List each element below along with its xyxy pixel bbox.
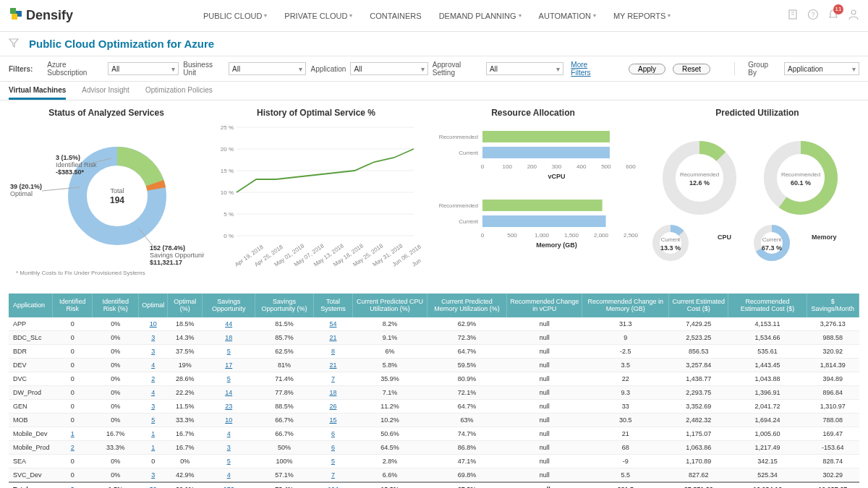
apply-button[interactable]: Apply [629, 64, 665, 74]
table-cell[interactable]: 152 [203, 482, 255, 488]
table-cell[interactable]: 15 [313, 413, 352, 427]
table-cell[interactable]: 10 [203, 413, 255, 427]
table-cell[interactable]: 2 [139, 372, 168, 385]
table-cell: null [506, 358, 582, 372]
more-filters-link[interactable]: More Filters [571, 61, 607, 77]
table-cell[interactable]: 10 [139, 317, 168, 331]
nav-demand-planning[interactable]: DEMAND PLANNING▾ [439, 12, 522, 20]
col-header[interactable]: Savings Opportunity (%) [255, 294, 313, 317]
table-cell[interactable]: 4 [139, 385, 168, 399]
table-cell[interactable]: 4 [203, 427, 255, 440]
table-cell: 16.7% [168, 440, 203, 454]
table-cell: 14.3% [168, 330, 203, 344]
tab-optimization-policies[interactable]: Optimization Policies [145, 86, 213, 100]
table-cell[interactable]: 17 [203, 358, 255, 372]
table-cell: 0 [53, 385, 93, 399]
col-header[interactable]: Total Systems [313, 294, 352, 317]
col-header[interactable]: Current Predicted Memory Utilization (%) [427, 294, 507, 317]
table-cell: 788.08 [807, 413, 859, 427]
table-cell[interactable]: 0 [139, 454, 168, 468]
data-table: ApplicationIdentified RiskIdentified Ris… [9, 294, 859, 488]
col-header[interactable]: Recommended Change in Memory (GB) [582, 294, 669, 317]
table-cell[interactable]: 8 [313, 344, 352, 358]
filter-select-application[interactable]: All▾ [350, 62, 427, 75]
table-cell[interactable]: 4 [203, 468, 255, 482]
table-cell[interactable]: 18 [313, 385, 352, 399]
table-cell[interactable]: 3 [139, 344, 168, 358]
table-cell[interactable]: 54 [313, 317, 352, 331]
table-cell[interactable]: 5 [203, 454, 255, 468]
filter-select-azure-subscription[interactable]: All▾ [108, 62, 179, 75]
col-header[interactable]: Savings Opportunity [203, 294, 255, 317]
svg-rect-47 [482, 147, 610, 158]
col-header[interactable]: Identified Risk [53, 294, 93, 317]
col-header[interactable]: Optimal [139, 294, 168, 317]
table-cell: 0 [53, 468, 93, 482]
table-cell: 0% [93, 413, 139, 427]
col-header[interactable]: $ Savings/Month [807, 294, 859, 317]
table-cell[interactable]: 39 [139, 482, 168, 488]
notification-badge: 11 [833, 4, 843, 14]
help-icon[interactable]: ? [807, 9, 819, 23]
table-cell: 9 [582, 330, 669, 344]
table-cell: 856.53 [669, 344, 728, 358]
svg-text:?: ? [811, 11, 814, 18]
col-header[interactable]: Current Predicted CPU Utilization (%) [353, 294, 427, 317]
tab-advisor-insight[interactable]: Advisor Insight [82, 86, 129, 100]
col-header[interactable]: Recommended Change in vCPU [506, 294, 582, 317]
logo[interactable]: Densify [9, 7, 73, 25]
table-cell[interactable]: 3 [53, 482, 93, 488]
table-cell[interactable]: 3 [139, 399, 168, 413]
table-cell[interactable]: 23 [203, 399, 255, 413]
svg-text:20 %: 20 % [221, 146, 234, 153]
nav-automation[interactable]: AUTOMATION▾ [539, 12, 596, 20]
groupby-select[interactable]: Application▾ [784, 62, 859, 75]
filter-select-approval-setting[interactable]: All▾ [486, 62, 563, 75]
notification-icon[interactable]: 11 [827, 9, 839, 23]
nav-my-reports[interactable]: MY REPORTS▾ [613, 12, 671, 20]
table-cell[interactable]: 18 [203, 330, 255, 344]
table-cell[interactable]: 7 [313, 468, 352, 482]
filter-select-business-unit[interactable]: All▾ [229, 62, 306, 75]
table-cell[interactable]: 5 [203, 344, 255, 358]
table-cell[interactable]: 5 [313, 454, 352, 468]
table-cell: 896.84 [807, 385, 859, 399]
table-cell[interactable]: 194 [313, 482, 352, 488]
reset-button[interactable]: Reset [673, 64, 710, 74]
svg-text:Recommended: Recommended [439, 134, 478, 140]
svg-text:-$383.50*: -$383.50* [56, 168, 85, 176]
table-cell[interactable]: 3 [139, 468, 168, 482]
col-header[interactable]: Optimal (%) [168, 294, 203, 317]
table-cell[interactable]: 1 [139, 427, 168, 440]
table-cell[interactable]: 21 [313, 330, 352, 344]
tab-virtual-machines[interactable]: Virtual Machines [9, 86, 66, 100]
nav-private-cloud[interactable]: PRIVATE CLOUD▾ [284, 12, 352, 20]
table-cell[interactable]: 21 [313, 358, 352, 372]
table-cell[interactable]: 3 [203, 440, 255, 454]
table-cell[interactable]: 26 [313, 399, 352, 413]
user-icon[interactable] [848, 9, 859, 23]
col-header[interactable]: Recommended Estimated Cost ($) [728, 294, 807, 317]
nav-containers[interactable]: CONTAINERS [370, 12, 421, 20]
table-cell[interactable]: 6 [313, 440, 352, 454]
table-cell[interactable]: 7 [313, 372, 352, 385]
svg-text:10 %: 10 % [221, 189, 234, 196]
table-cell[interactable]: 1 [139, 440, 168, 454]
table-cell[interactable]: 14 [203, 385, 255, 399]
table-cell[interactable]: 5 [203, 372, 255, 385]
table-cell: 68 [582, 440, 669, 454]
svg-text:60.1 %: 60.1 % [791, 179, 811, 187]
col-header[interactable]: Application [9, 294, 53, 317]
table-cell[interactable]: 3 [139, 330, 168, 344]
table-cell[interactable]: 6 [313, 427, 352, 440]
filter-icon[interactable] [9, 38, 19, 50]
col-header[interactable]: Identified Risk (%) [93, 294, 139, 317]
table-cell[interactable]: 44 [203, 317, 255, 331]
table-cell[interactable]: 5 [139, 413, 168, 427]
table-cell: SVC_Dev [9, 468, 53, 482]
col-header[interactable]: Current Estimated Cost ($) [669, 294, 728, 317]
table-cell[interactable]: 4 [139, 358, 168, 372]
svg-text:600: 600 [626, 163, 636, 170]
export-icon[interactable] [787, 9, 799, 23]
nav-public-cloud[interactable]: PUBLIC CLOUD▾ [203, 12, 267, 20]
